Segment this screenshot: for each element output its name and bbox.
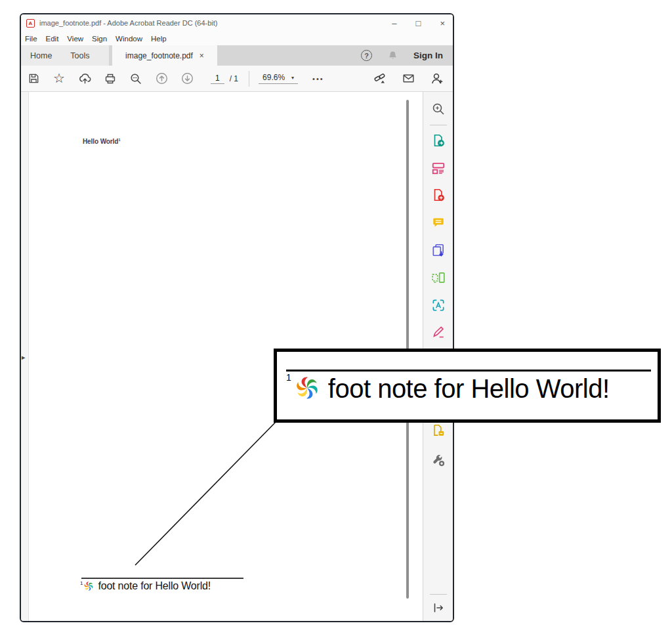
callout-footnote-marker: 1 xyxy=(286,372,291,383)
tab-home[interactable]: Home xyxy=(21,45,61,66)
spiral-image-icon xyxy=(83,580,94,592)
more-tools-ellipsis[interactable]: ••• xyxy=(312,75,324,83)
footnote-rule xyxy=(81,578,243,579)
callout-footnote-rule xyxy=(286,370,651,372)
combine-files-icon[interactable] xyxy=(430,242,446,258)
menu-help[interactable]: Help xyxy=(151,35,167,43)
zoom-value: 69.6% xyxy=(262,73,285,82)
search-tool-icon[interactable] xyxy=(430,101,446,117)
fill-sign-icon[interactable] xyxy=(430,324,446,340)
footnote-callout: 1 foot note for Hello World! xyxy=(274,349,661,423)
tab-tools[interactable]: Tools xyxy=(61,45,98,66)
email-icon[interactable] xyxy=(402,72,415,85)
create-pdf-icon[interactable] xyxy=(430,187,446,203)
toolbar-divider xyxy=(249,71,249,87)
sign-in-person-icon[interactable] xyxy=(430,72,444,85)
chevron-down-icon: ▾ xyxy=(291,75,294,81)
close-button[interactable]: × xyxy=(440,19,445,28)
scan-ocr-icon[interactable] xyxy=(430,297,446,313)
star-favorite-icon[interactable]: ☆ xyxy=(52,71,66,85)
document-heading: Hello World1 xyxy=(83,138,121,145)
callout-footnote-text: foot note for Hello World! xyxy=(328,373,610,404)
panel-divider-bottom xyxy=(430,594,447,595)
page-number-input[interactable]: 1 xyxy=(211,74,224,84)
menu-edit[interactable]: Edit xyxy=(46,35,59,43)
help-icon[interactable]: ? xyxy=(361,50,372,61)
request-esignatures-icon[interactable] xyxy=(430,423,446,438)
edit-pdf-icon[interactable] xyxy=(430,160,446,176)
menubar: File Edit View Sign Window Help xyxy=(21,32,453,45)
export-pdf-icon[interactable] xyxy=(430,133,446,148)
footnote-row: 1 foot note for Hello World! xyxy=(80,580,211,592)
comment-icon[interactable] xyxy=(430,215,446,230)
maximize-button[interactable]: □ xyxy=(416,19,421,28)
left-panel-strip: ▸ xyxy=(21,92,29,621)
expand-left-panel-icon[interactable]: ▸ xyxy=(22,353,26,362)
marquee-zoom-icon[interactable] xyxy=(129,72,143,86)
menu-view[interactable]: View xyxy=(67,35,83,43)
sign-in-button[interactable]: Sign In xyxy=(413,51,443,60)
callout-spiral-image-icon xyxy=(293,373,322,402)
previous-page-icon[interactable] xyxy=(154,72,169,86)
minimize-button[interactable]: – xyxy=(392,19,396,28)
more-tools-wrench-icon[interactable] xyxy=(430,452,446,468)
organize-pages-icon[interactable] xyxy=(430,270,446,286)
tab-document[interactable]: image_footnote.pdf × xyxy=(112,45,217,66)
acrobat-window: A image_footnote.pdf - Adobe Acrobat Rea… xyxy=(20,13,454,622)
menu-sign[interactable]: Sign xyxy=(92,35,107,43)
adobe-pdf-icon: A xyxy=(26,19,35,28)
expand-panel-icon[interactable] xyxy=(430,600,446,616)
menu-file[interactable]: File xyxy=(25,35,37,43)
titlebar: A image_footnote.pdf - Adobe Acrobat Rea… xyxy=(21,14,453,32)
zoom-level-dropdown[interactable]: 69.6% ▾ xyxy=(259,73,298,84)
next-page-icon[interactable] xyxy=(180,72,194,86)
save-icon[interactable] xyxy=(26,72,41,86)
toolbar: ☆ 1 / 1 69.6% ▾ ••• xyxy=(21,66,453,92)
menu-window[interactable]: Window xyxy=(116,35,142,43)
upload-cloud-icon[interactable] xyxy=(77,72,92,86)
tab-document-label: image_footnote.pdf xyxy=(125,51,193,60)
footnote-text: foot note for Hello World! xyxy=(98,580,210,592)
share-link-icon[interactable] xyxy=(373,72,387,86)
tab-close-icon[interactable]: × xyxy=(200,51,204,60)
tab-bar: Home Tools image_footnote.pdf × ? Sign I… xyxy=(21,45,453,66)
panel-divider xyxy=(430,125,447,125)
window-title: image_footnote.pdf - Adobe Acrobat Reade… xyxy=(39,19,218,27)
bell-icon[interactable] xyxy=(387,50,398,61)
print-icon[interactable] xyxy=(103,72,117,86)
page-total-label: / 1 xyxy=(230,74,238,83)
